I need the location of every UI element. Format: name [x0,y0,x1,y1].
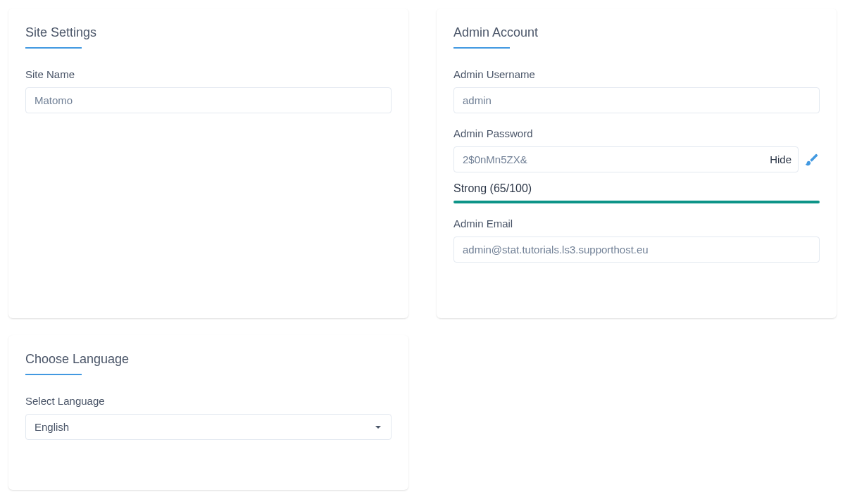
password-strength-fill [453,201,820,203]
password-strength-label: Strong (65/100) [453,182,820,195]
site-name-input[interactable] [25,87,392,113]
admin-account-card: Admin Account Admin Username Admin Passw… [437,8,837,318]
site-settings-title: Site Settings [25,25,392,40]
admin-email-group: Admin Email [453,218,820,263]
site-name-label: Site Name [25,68,392,80]
choose-language-card: Choose Language Select Language English [8,335,408,490]
site-name-group: Site Name [25,68,392,113]
password-row: Hide [453,146,820,172]
admin-username-label: Admin Username [453,68,820,80]
settings-container: Site Settings Site Name Choose Language … [8,8,837,490]
language-select[interactable]: English [25,414,392,440]
admin-password-group: Admin Password Hide Strong (65/100) [453,127,820,203]
admin-username-input[interactable] [453,87,820,113]
password-input-wrapper: Hide [453,146,799,172]
language-group: Select Language English [25,395,392,440]
title-underline [453,47,510,49]
admin-email-input[interactable] [453,237,820,263]
admin-username-group: Admin Username [453,68,820,113]
left-column: Site Settings Site Name Choose Language … [8,8,408,490]
site-settings-card: Site Settings Site Name [8,8,408,318]
admin-email-label: Admin Email [453,218,820,229]
choose-language-title: Choose Language [25,352,392,367]
password-strength-bar [453,201,820,203]
right-column: Admin Account Admin Username Admin Passw… [437,8,837,490]
admin-password-input[interactable] [453,146,799,172]
key-icon[interactable] [804,152,820,168]
admin-account-title: Admin Account [453,25,820,40]
admin-password-label: Admin Password [453,127,820,139]
title-underline [25,47,82,49]
select-language-label: Select Language [25,395,392,407]
title-underline [25,374,82,375]
hide-password-toggle[interactable]: Hide [770,153,791,165]
